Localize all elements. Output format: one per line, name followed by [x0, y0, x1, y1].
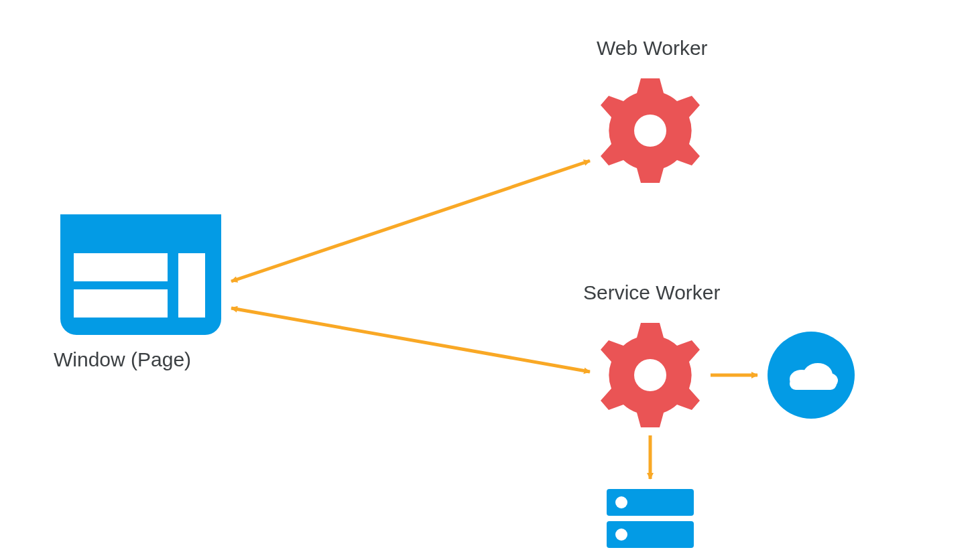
svg-point-12 — [615, 496, 627, 508]
service-worker-label: Service Worker — [583, 281, 721, 304]
cloud-icon — [768, 332, 855, 419]
svg-rect-2 — [60, 214, 221, 242]
service-worker-gear-icon — [601, 323, 700, 427]
edge-window-serviceworker — [231, 308, 590, 372]
window-label: Window (Page) — [54, 348, 191, 371]
diagram-canvas — [0, 0, 976, 560]
web-worker-gear-icon — [601, 78, 700, 183]
svg-rect-5 — [178, 253, 205, 318]
browser-window-icon — [60, 214, 221, 335]
storage-icon — [607, 489, 694, 548]
web-worker-label: Web Worker — [597, 37, 708, 60]
svg-rect-3 — [74, 253, 168, 281]
edge-window-webworker — [231, 161, 590, 281]
svg-rect-10 — [790, 378, 837, 390]
svg-point-14 — [615, 529, 627, 541]
svg-rect-4 — [74, 289, 168, 318]
